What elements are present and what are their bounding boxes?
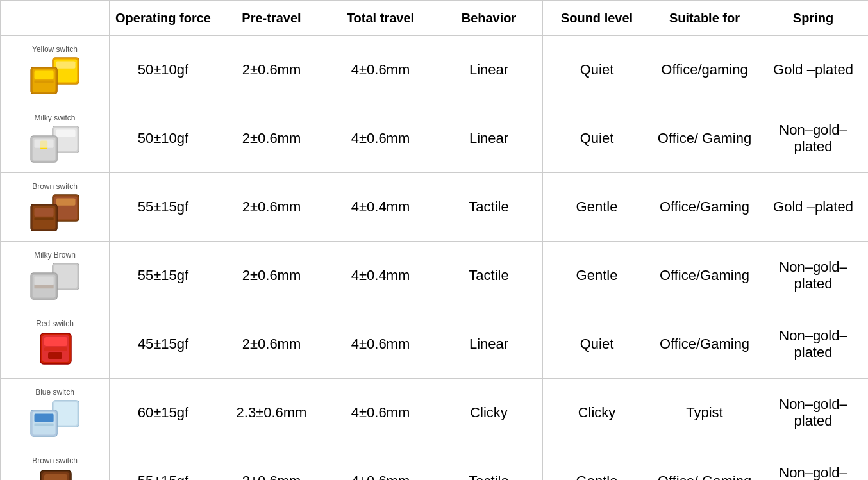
cell-operating-force: 55±15gf bbox=[110, 173, 217, 242]
cell-suitable-for: Office/Gaming bbox=[651, 242, 758, 310]
svg-rect-9 bbox=[56, 129, 75, 137]
cell-spring: Gold –plated bbox=[758, 173, 869, 242]
switch-icon bbox=[29, 194, 81, 232]
switch-name: Brown switch bbox=[32, 182, 78, 191]
cell-behavior: Tactile bbox=[435, 242, 543, 310]
cell-behavior: Linear bbox=[435, 36, 543, 104]
cell-suitable-for: Office/ Gaming bbox=[651, 447, 758, 481]
switch-name: Milky switch bbox=[34, 113, 75, 122]
svg-rect-25 bbox=[34, 276, 53, 285]
switch-icon bbox=[29, 399, 81, 438]
svg-rect-19 bbox=[34, 208, 53, 216]
table-row: Milky switch 50±10gf2±0.6mm4±0.6mmLinear… bbox=[1, 104, 869, 173]
cell-sound-level: Clicky bbox=[543, 379, 651, 447]
header-suitable-for: Suitable for bbox=[651, 1, 758, 36]
cell-operating-force: 60±15gf bbox=[110, 379, 217, 447]
cell-spring: Non–gold–plated bbox=[758, 310, 869, 379]
svg-rect-2 bbox=[56, 61, 75, 68]
cell-behavior: Linear bbox=[435, 104, 543, 173]
svg-rect-13 bbox=[34, 139, 53, 147]
table-row: Yellow switch 50±10gf2±0.6mm4±0.6mmLinea… bbox=[1, 36, 869, 104]
cell-spring: Non–gold–plated bbox=[758, 447, 869, 481]
cell-operating-force: 55±15gf bbox=[110, 242, 217, 310]
switch-icon bbox=[29, 125, 81, 163]
svg-rect-36 bbox=[34, 413, 53, 422]
svg-rect-40 bbox=[44, 474, 67, 480]
cell-sound-level: Quiet bbox=[543, 104, 651, 173]
cell-operating-force: 50±10gf bbox=[110, 36, 217, 104]
cell-total-travel: 4±0.6mm bbox=[326, 379, 435, 447]
cell-pre-travel: 2±0.6mm bbox=[217, 310, 326, 379]
switch-name: Blue switch bbox=[35, 388, 74, 397]
cell-spring: Non–gold–plated bbox=[758, 104, 869, 173]
switch-cell: Milky switch bbox=[1, 104, 110, 173]
svg-rect-31 bbox=[48, 352, 62, 359]
svg-rect-33 bbox=[54, 402, 77, 425]
cell-operating-force: 50±10gf bbox=[110, 104, 217, 173]
svg-rect-16 bbox=[56, 198, 75, 205]
switch-icon bbox=[29, 331, 81, 369]
cell-sound-level: Quiet bbox=[543, 36, 651, 104]
cell-sound-level: Gentle bbox=[543, 173, 651, 242]
svg-rect-5 bbox=[34, 70, 53, 79]
header-total-travel: Total travel bbox=[326, 1, 435, 36]
cell-pre-travel: 2±0.6mm bbox=[217, 173, 326, 242]
header-spring: Spring bbox=[758, 1, 869, 36]
cell-total-travel: 4±0.6mm bbox=[326, 310, 435, 379]
switch-name: Milky Brown bbox=[34, 251, 76, 260]
svg-rect-26 bbox=[34, 285, 53, 288]
cell-behavior: Linear bbox=[435, 310, 543, 379]
header-operating-force: Operating force bbox=[110, 1, 217, 36]
cell-spring: Gold –plated bbox=[758, 36, 869, 104]
cell-suitable-for: Typist bbox=[651, 379, 758, 447]
cell-pre-travel: 2±0.6mm bbox=[217, 36, 326, 104]
cell-suitable-for: Office/Gaming bbox=[651, 173, 758, 242]
cell-suitable-for: Office/gaming bbox=[651, 36, 758, 104]
cell-pre-travel: 2±0.6mm bbox=[217, 104, 326, 173]
cell-sound-level: Gentle bbox=[543, 242, 651, 310]
cell-suitable-for: Office/ Gaming bbox=[651, 104, 758, 173]
cell-total-travel: 4±0.6mm bbox=[326, 104, 435, 173]
switch-cell: Yellow switch bbox=[1, 36, 110, 104]
cell-pre-travel: 2±0.6mm bbox=[217, 242, 326, 310]
cell-total-travel: 4±0.4mm bbox=[326, 173, 435, 242]
cell-total-travel: 4±0.6mm bbox=[326, 447, 435, 481]
switch-name: Brown switch bbox=[32, 456, 78, 465]
header-pre-travel: Pre-travel bbox=[217, 1, 326, 36]
svg-rect-6 bbox=[34, 80, 53, 83]
switch-cell: Blue switch bbox=[1, 379, 110, 447]
cell-operating-force: 45±15gf bbox=[110, 310, 217, 379]
cell-pre-travel: 2.3±0.6mm bbox=[217, 379, 326, 447]
cell-spring: Non–gold–plated bbox=[758, 242, 869, 310]
cell-sound-level: Quiet bbox=[543, 310, 651, 379]
header-switch bbox=[1, 1, 110, 36]
switch-icon bbox=[29, 56, 81, 95]
cell-sound-level: Gentle bbox=[543, 447, 651, 481]
cell-operating-force: 55±15gf bbox=[110, 447, 217, 481]
svg-rect-30 bbox=[44, 347, 67, 351]
cell-behavior: Tactile bbox=[435, 447, 543, 481]
switch-icon bbox=[29, 262, 81, 301]
table-row: Milky Brown 55±15gf2±0.6mm4±0.4mmTactile… bbox=[1, 242, 869, 310]
switch-cell: Milky Brown bbox=[1, 242, 110, 310]
switch-cell: Brown switch bbox=[1, 447, 110, 481]
cell-behavior: Clicky bbox=[435, 379, 543, 447]
switch-icon bbox=[29, 468, 81, 480]
cell-behavior: Tactile bbox=[435, 173, 543, 242]
cell-pre-travel: 2±0.6mm bbox=[217, 447, 326, 481]
header-behavior: Behavior bbox=[435, 1, 543, 36]
svg-rect-20 bbox=[34, 217, 53, 220]
cell-spring: Non–gold–plated bbox=[758, 379, 869, 447]
header-sound-level: Sound level bbox=[543, 1, 651, 36]
svg-rect-37 bbox=[34, 423, 53, 426]
table-row: Brown switch 55±15gf2±0.6mm4±0.6mmTactil… bbox=[1, 447, 869, 481]
switch-name: Yellow switch bbox=[32, 45, 78, 54]
table-row: Brown switch 55±15gf2±0.6mm4±0.4mmTactil… bbox=[1, 173, 869, 242]
svg-rect-22 bbox=[54, 265, 77, 288]
cell-suitable-for: Office/Gaming bbox=[651, 310, 758, 379]
cell-total-travel: 4±0.6mm bbox=[326, 36, 435, 104]
cell-total-travel: 4±0.4mm bbox=[326, 242, 435, 310]
table-row: Blue switch 60±15gf2.3±0.6mm4±0.6mmClick… bbox=[1, 379, 869, 447]
svg-rect-29 bbox=[44, 337, 67, 346]
switch-cell: Brown switch bbox=[1, 173, 110, 242]
